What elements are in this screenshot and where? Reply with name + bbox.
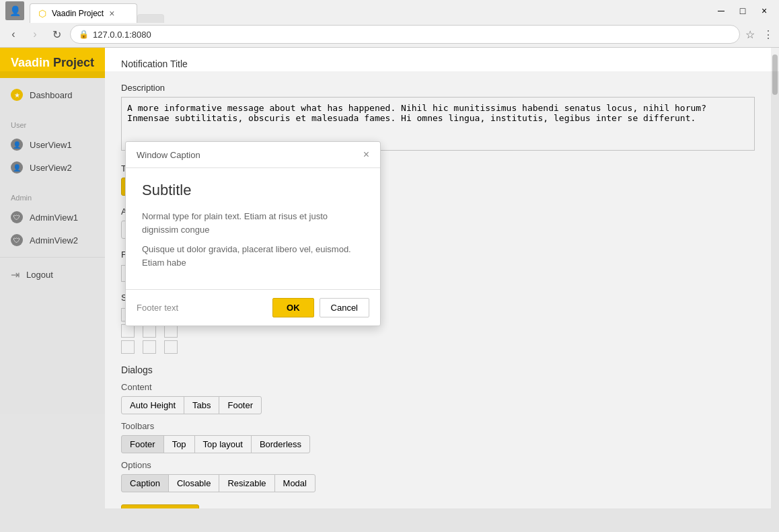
back-button[interactable]: ‹ bbox=[5, 26, 22, 42]
modal-subtitle: Subtitle bbox=[142, 182, 364, 199]
modal-dialog: Window Caption × Subtitle Normal type fo… bbox=[125, 141, 381, 326]
forward-button[interactable]: › bbox=[27, 26, 43, 42]
logo-project: Project bbox=[50, 56, 94, 69]
maximize-button[interactable]: □ bbox=[733, 1, 752, 20]
minimize-button[interactable]: ─ bbox=[712, 1, 731, 20]
modal-cancel-button[interactable]: Cancel bbox=[320, 298, 369, 317]
modal-text1: Normal type for plain text. Etiam at ris… bbox=[142, 210, 364, 236]
logo-vaadin: Vaadin bbox=[11, 56, 50, 69]
modal-text2: Quisque ut dolor gravida, placerat liber… bbox=[142, 243, 364, 269]
close-button[interactable]: × bbox=[755, 1, 774, 20]
modal-overlay: Window Caption × Subtitle Normal type fo… bbox=[0, 71, 779, 532]
refresh-button[interactable]: ↻ bbox=[48, 26, 65, 42]
active-tab[interactable]: ⬡ Vaadin Project × bbox=[30, 3, 137, 23]
modal-footer-text: Footer text bbox=[137, 303, 178, 313]
bookmark-icon[interactable]: ☆ bbox=[745, 28, 755, 41]
inactive-tab[interactable] bbox=[137, 14, 164, 23]
modal-ok-button[interactable]: OK bbox=[272, 298, 314, 317]
tab-label: Vaadin Project bbox=[52, 9, 104, 18]
menu-icon[interactable]: ⋮ bbox=[763, 28, 774, 41]
notification-title-label: Notification Title bbox=[121, 48, 755, 72]
modal-caption: Window Caption bbox=[137, 150, 200, 160]
tab-close-icon[interactable]: × bbox=[109, 8, 114, 19]
modal-close-icon[interactable]: × bbox=[363, 149, 369, 161]
lock-icon: 🔒 bbox=[79, 30, 89, 39]
profile-icon: 👤 bbox=[5, 1, 24, 20]
url-text: 127.0.0.1:8080 bbox=[93, 30, 731, 40]
